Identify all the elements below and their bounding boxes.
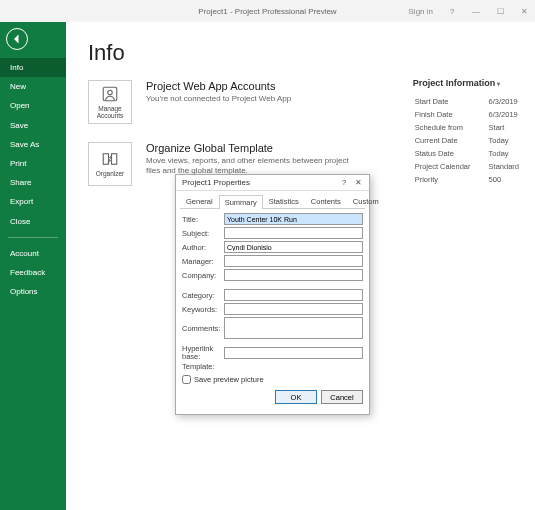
projinfo-key: Schedule from	[415, 122, 487, 133]
hyperlink-input[interactable]	[224, 347, 363, 359]
tab-custom[interactable]: Custom	[347, 194, 385, 208]
svg-rect-3	[112, 154, 117, 165]
svg-rect-2	[103, 154, 108, 165]
organizer-icon	[101, 150, 119, 168]
author-input[interactable]	[224, 241, 363, 253]
properties-dialog: Project1 Properties ? ✕ GeneralSummarySt…	[175, 174, 370, 415]
category-input[interactable]	[224, 289, 363, 301]
arrow-left-icon	[11, 33, 23, 45]
titlebar: Project1 - Project Professional Preview …	[0, 0, 535, 22]
nav-item-save[interactable]: Save	[0, 116, 66, 135]
projinfo-key: Priority	[415, 174, 487, 185]
projinfo-row: Status DateToday	[415, 148, 519, 159]
category-label: Category:	[182, 291, 224, 300]
nav-item-print[interactable]: Print	[0, 154, 66, 173]
projinfo-val: Today	[489, 135, 519, 146]
maximize-button[interactable]: ☐	[495, 6, 505, 16]
svg-rect-0	[103, 87, 117, 101]
projinfo-key: Start Date	[415, 96, 487, 107]
nav-item-save-as[interactable]: Save As	[0, 135, 66, 154]
dialog-title: Project1 Properties	[180, 178, 337, 187]
subject-input[interactable]	[224, 227, 363, 239]
comments-input[interactable]	[224, 317, 363, 339]
nav-item-feedback[interactable]: Feedback	[0, 263, 66, 282]
projinfo-row: Schedule fromStart	[415, 122, 519, 133]
minimize-button[interactable]: —	[471, 6, 481, 16]
projinfo-row: Priority500	[415, 174, 519, 185]
ok-button[interactable]: OK	[275, 390, 317, 404]
projinfo-val: Standard	[489, 161, 519, 172]
backstage-sidebar: InfoNewOpenSaveSave AsPrintShareExportCl…	[0, 22, 66, 510]
tab-general[interactable]: General	[180, 194, 219, 208]
projinfo-row: Current DateToday	[415, 135, 519, 146]
close-button[interactable]: ✕	[519, 6, 529, 16]
hyperlink-label: Hyperlink base:	[182, 345, 224, 360]
project-info-panel: Project Information Start Date6/3/2019Fi…	[413, 78, 521, 187]
manager-label: Manager:	[182, 257, 224, 266]
projinfo-key: Finish Date	[415, 109, 487, 120]
projinfo-val: 500	[489, 174, 519, 185]
comments-label: Comments:	[182, 324, 224, 333]
subject-label: Subject:	[182, 229, 224, 238]
tab-summary[interactable]: Summary	[219, 195, 263, 209]
dialog-close-button[interactable]: ✕	[351, 178, 365, 187]
svg-point-1	[108, 90, 113, 95]
nav-item-open[interactable]: Open	[0, 96, 66, 115]
manage-accounts-button[interactable]: Manage Accounts	[88, 80, 132, 124]
nav-item-close[interactable]: Close	[0, 212, 66, 231]
cancel-button[interactable]: Cancel	[321, 390, 363, 404]
company-label: Company:	[182, 271, 224, 280]
projinfo-val: 6/3/2019	[489, 109, 519, 120]
organizer-label: Organizer	[96, 170, 125, 177]
nav-item-options[interactable]: Options	[0, 282, 66, 301]
nav-item-export[interactable]: Export	[0, 192, 66, 211]
nav-item-account[interactable]: Account	[0, 244, 66, 263]
projinfo-val: Start	[489, 122, 519, 133]
title-label: Title:	[182, 215, 224, 224]
projinfo-row: Project CalendarStandard	[415, 161, 519, 172]
app-title: Project1 - Project Professional Preview	[198, 7, 336, 16]
projinfo-key: Project Calendar	[415, 161, 487, 172]
projinfo-key: Status Date	[415, 148, 487, 159]
accounts-desc: You're not connected to Project Web App	[146, 94, 291, 104]
help-button[interactable]: ?	[447, 6, 457, 16]
nav-item-new[interactable]: New	[0, 77, 66, 96]
project-info-heading[interactable]: Project Information	[413, 78, 521, 88]
manage-accounts-label: Manage Accounts	[89, 105, 131, 119]
keywords-label: Keywords:	[182, 305, 224, 314]
nav-item-share[interactable]: Share	[0, 173, 66, 192]
accounts-heading: Project Web App Accounts	[146, 80, 291, 92]
projinfo-key: Current Date	[415, 135, 487, 146]
organizer-heading: Organize Global Template	[146, 142, 356, 154]
page-title: Info	[88, 40, 521, 66]
manager-input[interactable]	[224, 255, 363, 267]
back-button[interactable]	[6, 28, 28, 50]
author-label: Author:	[182, 243, 224, 252]
save-preview-label: Save preview picture	[194, 375, 264, 384]
save-preview-checkbox[interactable]	[182, 375, 191, 384]
projinfo-row: Finish Date6/3/2019	[415, 109, 519, 120]
tab-statistics[interactable]: Statistics	[263, 194, 305, 208]
company-input[interactable]	[224, 269, 363, 281]
dialog-help-button[interactable]: ?	[337, 178, 351, 187]
projinfo-val: 6/3/2019	[489, 96, 519, 107]
nav-item-info[interactable]: Info	[0, 58, 66, 77]
signin-link[interactable]: Sign in	[409, 7, 433, 16]
organizer-button[interactable]: Organizer	[88, 142, 132, 186]
title-input[interactable]	[224, 213, 363, 225]
tab-contents[interactable]: Contents	[305, 194, 347, 208]
projinfo-row: Start Date6/3/2019	[415, 96, 519, 107]
keywords-input[interactable]	[224, 303, 363, 315]
template-label: Template:	[182, 362, 224, 371]
nav-separator	[8, 237, 58, 238]
projinfo-val: Today	[489, 148, 519, 159]
accounts-icon	[101, 85, 119, 103]
